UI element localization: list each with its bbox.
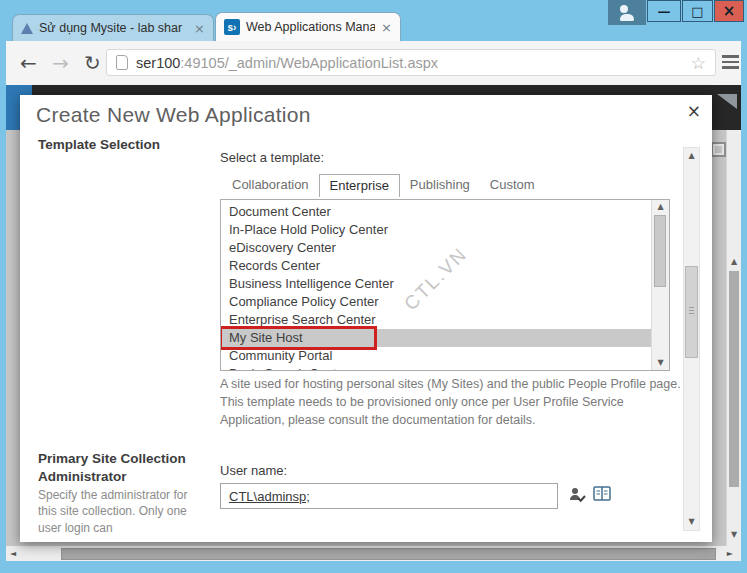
template-tab-custom[interactable]: Custom	[480, 174, 545, 196]
browse-address-book-icon[interactable]	[592, 485, 612, 507]
template-list-item[interactable]: My Site Host	[221, 329, 652, 347]
template-tabs: CollaborationEnterprisePublishingCustom	[222, 174, 545, 196]
suite-caret-icon	[717, 94, 737, 109]
admin-section-heading: Primary Site Collection Administrator	[38, 450, 203, 485]
template-tab-enterprise[interactable]: Enterprise	[319, 174, 400, 197]
dialog-scrollbar[interactable]: ▲ ▼	[683, 147, 700, 531]
scrollbar-thumb[interactable]	[654, 215, 666, 287]
scroll-down-icon[interactable]: ▼	[652, 358, 669, 368]
reload-icon[interactable]: ↻	[84, 50, 101, 76]
scroll-left-icon[interactable]: ◄	[10, 549, 16, 558]
user-name-value: CTL\adminsp;	[229, 489, 310, 504]
user-name-input[interactable]: CTL\adminsp;	[220, 483, 558, 509]
menu-icon[interactable]	[722, 55, 739, 72]
template-list-item[interactable]: Document Center	[221, 203, 652, 221]
template-selection-heading: Template Selection	[38, 136, 160, 154]
page-horizontal-scrollbar[interactable]: ◄ ►	[6, 546, 741, 561]
scroll-up-icon[interactable]: ▲	[652, 202, 669, 212]
template-description: A site used for hosting personal sites (…	[220, 376, 686, 429]
focus-on-content-icon[interactable]	[711, 142, 726, 157]
browser-window: — □ × Sử dụng Mysite - lab shar × s› Web…	[0, 0, 747, 573]
tab-close-icon[interactable]: ×	[194, 22, 205, 35]
list-scrollbar[interactable]: ▲ ▼	[651, 200, 669, 370]
forward-icon[interactable]: →	[52, 50, 69, 76]
scrollbar-thumb[interactable]	[685, 266, 698, 358]
dialog-title: Create New Web Application	[36, 103, 311, 127]
browser-toolbar: ← → ↻ ser100:49105/_admin/WebApplication…	[6, 41, 741, 85]
dialog-close-icon[interactable]: ×	[687, 101, 701, 121]
scrollbar-thumb[interactable]	[729, 271, 739, 487]
template-list-item[interactable]: eDiscovery Center	[221, 239, 652, 257]
create-web-application-dialog: Create New Web Application × ▲ ▼ Templat…	[20, 95, 712, 542]
profile-button[interactable]	[608, 0, 646, 25]
scroll-up-icon[interactable]: ▲	[727, 257, 741, 267]
scroll-down-icon[interactable]: ▼	[727, 530, 741, 540]
scroll-down-icon[interactable]: ▼	[684, 517, 699, 527]
template-list-item[interactable]: In-Place Hold Policy Center	[221, 221, 652, 239]
template-tab-collaboration[interactable]: Collaboration	[222, 174, 319, 196]
template-list[interactable]: Document CenterIn-Place Hold Policy Cent…	[220, 199, 670, 371]
browser-tab-mysite[interactable]: Sử dụng Mysite - lab shar ×	[12, 14, 214, 41]
scrollbar-thumb[interactable]	[61, 548, 716, 560]
browser-tab-webapps[interactable]: s› Web Applications Manage ×	[215, 12, 401, 41]
tab-title: Web Applications Manage	[246, 20, 375, 34]
tab-title: Sử dụng Mysite - lab shar	[39, 21, 188, 35]
admin-section-description: Specify the administrator for this site …	[38, 487, 200, 536]
tab-close-icon[interactable]: ×	[381, 21, 392, 34]
template-tab-publishing[interactable]: Publishing	[400, 174, 480, 196]
check-names-icon[interactable]	[568, 486, 586, 508]
page-vertical-scrollbar[interactable]: ▲ ▼	[726, 130, 741, 546]
window-close-button[interactable]: ×	[714, 0, 744, 22]
minimize-button[interactable]: —	[647, 0, 681, 22]
red-annotation-box	[220, 326, 377, 350]
sharepoint-favicon-icon: s›	[224, 19, 240, 35]
select-template-label: Select a template:	[220, 150, 324, 165]
url-text[interactable]: ser100:49105/_admin/WebApplicationList.a…	[136, 55, 438, 71]
person-icon	[620, 5, 634, 21]
user-name-label: User name:	[220, 463, 287, 478]
scroll-up-icon[interactable]: ▲	[684, 151, 699, 161]
page-icon	[116, 55, 128, 70]
scroll-right-icon[interactable]: ►	[727, 549, 733, 558]
template-list-item[interactable]: Compliance Policy Center	[221, 293, 652, 311]
maximize-button[interactable]: □	[682, 0, 713, 22]
back-icon[interactable]: ←	[20, 50, 37, 76]
address-bar[interactable]: ser100:49105/_admin/WebApplicationList.a…	[106, 49, 716, 76]
bookmark-star-icon[interactable]: ☆	[691, 53, 706, 73]
template-list-item[interactable]: Basic Search Center	[221, 365, 652, 371]
site-favicon-icon	[21, 23, 33, 34]
